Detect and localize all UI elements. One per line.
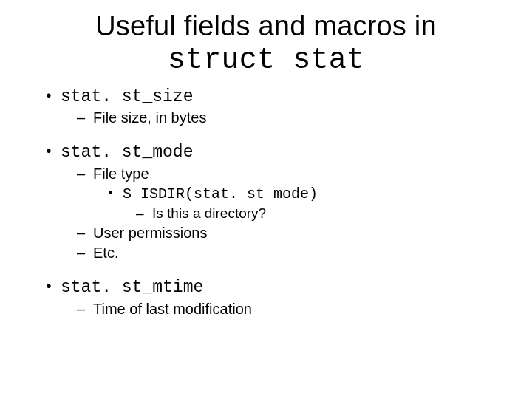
item-label: Time of last modification bbox=[77, 300, 502, 318]
item-label: User permissions bbox=[77, 224, 502, 242]
item-label: File type bbox=[77, 165, 502, 183]
list-item: S_ISDIR(stat. st_mode) Is this a directo… bbox=[106, 185, 502, 222]
sub-list-2: S_ISDIR(stat. st_mode) Is this a directo… bbox=[77, 185, 502, 222]
list-item: File type S_ISDIR(stat. st_mode) Is this… bbox=[77, 165, 502, 222]
list-item: User permissions bbox=[77, 224, 502, 242]
item-label: stat. st_mode bbox=[44, 142, 502, 163]
list-item: stat. st_mode File type S_ISDIR(stat. st… bbox=[44, 142, 502, 262]
item-label: Is this a directory? bbox=[136, 205, 502, 222]
item-label: stat. st_mtime bbox=[44, 277, 502, 299]
list-item: Time of last modification bbox=[77, 300, 502, 318]
bullet-list: stat. st_size File size, in bytes stat. … bbox=[30, 86, 502, 318]
sub-list: File type S_ISDIR(stat. st_mode) Is this… bbox=[44, 165, 502, 262]
slide: Useful fields and macros in struct stat … bbox=[0, 0, 532, 399]
item-label: S_ISDIR(stat. st_mode) bbox=[106, 185, 502, 203]
item-label: Etc. bbox=[77, 244, 502, 262]
item-label: stat. st_size bbox=[44, 86, 502, 108]
sub-list: Time of last modification bbox=[44, 300, 502, 318]
sub-list: File size, in bytes bbox=[44, 109, 502, 127]
list-item: Etc. bbox=[77, 244, 502, 262]
title-line-1: Useful fields and macros in bbox=[95, 10, 437, 41]
item-label: File size, in bytes bbox=[77, 109, 502, 127]
list-item: stat. st_size File size, in bytes bbox=[44, 86, 502, 128]
list-item: File size, in bytes bbox=[77, 109, 502, 127]
list-item: stat. st_mtime Time of last modification bbox=[44, 277, 502, 318]
slide-title: Useful fields and macros in struct stat bbox=[30, 10, 502, 78]
sub-list-3: Is this a directory? bbox=[106, 205, 502, 222]
list-item: Is this a directory? bbox=[136, 205, 502, 222]
title-line-2: struct stat bbox=[168, 44, 364, 77]
